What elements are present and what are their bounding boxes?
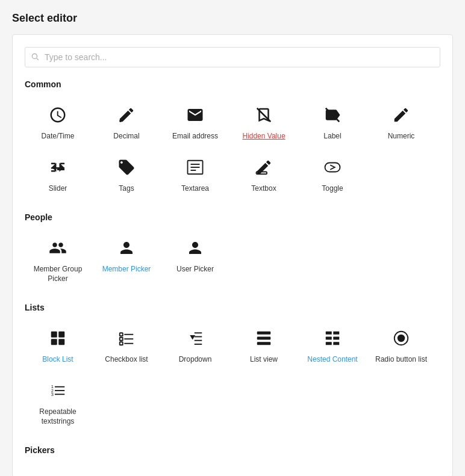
section-pickers: Pickers	[25, 445, 440, 455]
editor-item-textbox[interactable]: Textbox	[231, 151, 297, 201]
svg-rect-29	[326, 332, 332, 335]
editor-item-tags[interactable]: Tags	[93, 151, 160, 201]
datetime-label: Date/Time	[42, 132, 75, 141]
svg-point-0	[32, 54, 37, 58]
section-lists: ListsBlock ListCheckbox listDropdownList…	[25, 303, 440, 433]
section-title-pickers: Pickers	[25, 445, 440, 455]
editor-item-checkbox-list[interactable]: Checkbox list	[93, 322, 160, 372]
decimal-label: Decimal	[113, 132, 139, 141]
svg-rect-27	[257, 337, 271, 340]
search-wrap	[25, 47, 440, 67]
editor-item-repeatable-textstrings[interactable]: 123Repeatable textstrings	[25, 374, 91, 433]
list-view-label: List view	[250, 355, 278, 365]
svg-rect-26	[257, 332, 271, 335]
section-title-lists: Lists	[25, 303, 440, 312]
section-common: CommonDate/TimeDecimalEmail addressHidde…	[25, 79, 440, 200]
svg-rect-33	[333, 337, 339, 340]
radio-button-list-label: Radio button list	[375, 355, 427, 365]
editor-item-email[interactable]: Email address	[162, 99, 228, 149]
textbox-icon	[255, 158, 273, 179]
member-picker-icon	[117, 239, 136, 260]
tags-icon	[117, 158, 136, 179]
section-people: PeopleMember Group PickerMember PickerUs…	[25, 212, 440, 291]
editor-item-radio-button-list[interactable]: Radio button list	[368, 322, 434, 372]
page-title: Select editor	[12, 12, 453, 25]
editor-item-toggle[interactable]: Toggle	[299, 151, 366, 201]
svg-rect-32	[333, 332, 339, 335]
items-grid-lists: Block ListCheckbox listDropdownList view…	[25, 322, 440, 433]
svg-text:3: 3	[51, 392, 54, 397]
repeatable-textstrings-label: Repeatable textstrings	[39, 407, 76, 426]
items-grid-common: Date/TimeDecimalEmail addressHidden Valu…	[25, 99, 440, 200]
editor-item-label[interactable]: Label	[299, 99, 366, 149]
section-title-common: Common	[25, 79, 440, 89]
numeric-label: Numeric	[388, 132, 415, 141]
textbox-label: Textbox	[251, 184, 276, 194]
editor-item-nested-content[interactable]: Nested Content	[299, 322, 366, 372]
svg-point-36	[398, 335, 405, 342]
editor-item-hidden[interactable]: Hidden Value	[231, 99, 297, 149]
datetime-icon	[49, 106, 67, 127]
editor-item-textarea[interactable]: Textarea	[162, 151, 228, 201]
svg-rect-12	[58, 332, 64, 338]
slider-icon	[49, 158, 67, 179]
editor-item-member-picker[interactable]: Member Picker	[93, 232, 160, 291]
svg-rect-17	[120, 338, 123, 341]
user-picker-icon	[186, 239, 204, 260]
email-label: Email address	[172, 132, 218, 141]
label-icon	[323, 106, 342, 127]
email-icon	[186, 106, 204, 127]
member-picker-label: Member Picker	[102, 265, 151, 274]
editor-item-list-view[interactable]: List view	[231, 322, 297, 372]
radio-button-list-icon	[392, 329, 410, 350]
member-group-picker-icon	[49, 239, 67, 260]
editor-item-decimal[interactable]: Decimal	[93, 99, 160, 149]
svg-rect-13	[51, 339, 57, 345]
textarea-icon	[186, 158, 204, 179]
dropdown-label: Dropdown	[179, 355, 212, 365]
numeric-icon	[392, 106, 410, 127]
svg-rect-30	[326, 337, 332, 340]
hidden-label: Hidden Value	[242, 132, 285, 141]
nested-content-label: Nested Content	[307, 355, 357, 365]
editor-item-member-group-picker[interactable]: Member Group Picker	[25, 232, 91, 291]
section-title-people: People	[25, 212, 440, 222]
label-label: Label	[323, 132, 341, 141]
editor-item-user-picker[interactable]: User Picker	[162, 232, 228, 291]
editor-item-slider[interactable]: Slider	[25, 151, 91, 201]
hidden-icon	[255, 106, 273, 127]
svg-rect-31	[326, 342, 332, 345]
search-input[interactable]	[25, 47, 440, 67]
toggle-icon	[323, 158, 342, 179]
svg-rect-34	[333, 342, 339, 345]
nested-content-icon	[323, 329, 342, 350]
member-group-picker-label: Member Group Picker	[34, 265, 83, 283]
repeatable-textstrings-icon: 123	[49, 382, 67, 403]
textarea-label: Textarea	[181, 184, 209, 194]
toggle-label: Toggle	[322, 184, 343, 194]
svg-rect-10	[325, 162, 340, 172]
checkbox-list-label: Checkbox list	[105, 355, 148, 365]
checkbox-list-icon	[117, 329, 136, 350]
block-list-icon	[49, 329, 67, 350]
user-picker-label: User Picker	[176, 265, 214, 274]
block-list-label: Block List	[42, 355, 73, 365]
svg-rect-28	[257, 342, 271, 345]
list-view-icon	[255, 329, 273, 350]
svg-line-1	[37, 58, 39, 60]
editor-item-block-list[interactable]: Block List	[25, 322, 91, 372]
tags-label: Tags	[119, 184, 134, 194]
sections-container: CommonDate/TimeDecimalEmail addressHidde…	[25, 79, 440, 455]
editor-panel: CommonDate/TimeDecimalEmail addressHidde…	[12, 34, 453, 476]
decimal-icon	[117, 106, 136, 127]
dropdown-icon	[186, 329, 204, 350]
slider-label: Slider	[49, 184, 67, 194]
svg-rect-11	[51, 332, 57, 338]
svg-point-2	[119, 120, 122, 122]
svg-rect-15	[120, 333, 123, 336]
editor-item-datetime[interactable]: Date/Time	[25, 99, 91, 149]
items-grid-people: Member Group PickerMember PickerUser Pic…	[25, 232, 440, 291]
editor-item-dropdown[interactable]: Dropdown	[162, 322, 228, 372]
editor-item-numeric[interactable]: Numeric	[368, 99, 434, 149]
svg-rect-14	[58, 339, 64, 345]
